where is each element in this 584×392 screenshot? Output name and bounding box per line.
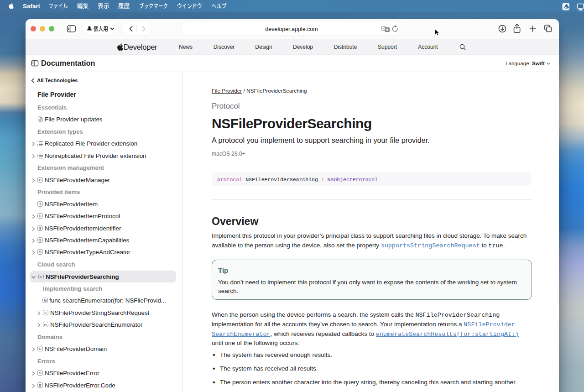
svg-text:Developer: Developer [124, 43, 157, 51]
svg-text:Safari: Safari [23, 3, 40, 10]
svg-text:developer.apple.com: developer.apple.com [265, 26, 318, 32]
